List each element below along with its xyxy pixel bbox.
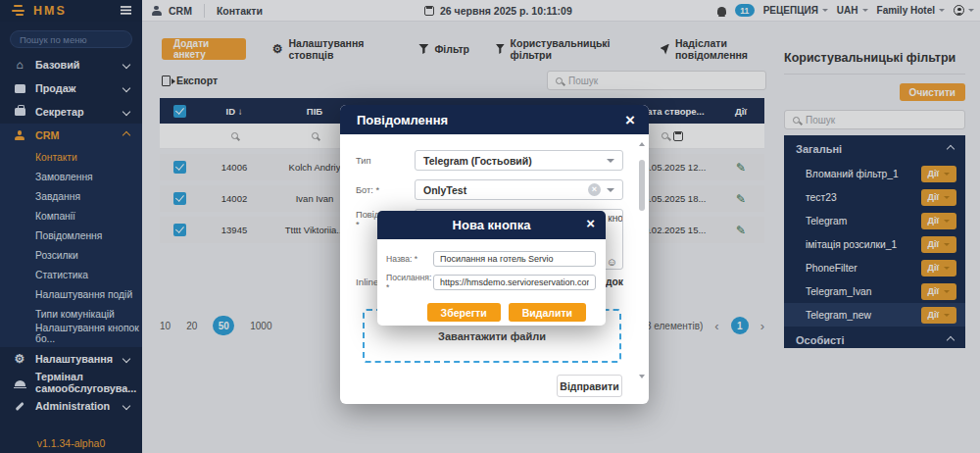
new-button-modal-body: Назва: * Посилання: * Зберегти Видалити — [377, 239, 606, 322]
close-icon[interactable]: × — [625, 112, 635, 128]
type-label: Тип — [356, 155, 415, 166]
new-button-modal: Нова кнопка × Назва: * Посилання: * Збер… — [377, 211, 606, 326]
scroll-up-icon[interactable] — [639, 142, 645, 146]
send-button[interactable]: Відправити — [557, 375, 622, 397]
bot-select[interactable]: OnlyTest × — [415, 179, 623, 200]
scrollbar-thumb[interactable] — [639, 160, 645, 211]
bot-label: Бот: * — [356, 184, 415, 195]
name-label: Назва: * — [386, 254, 433, 264]
new-button-modal-title: Нова кнопка — [453, 218, 531, 232]
link-label: Посилання: * — [386, 273, 433, 292]
delete-button[interactable]: Видалити — [509, 303, 586, 322]
scroll-down-icon[interactable] — [639, 375, 645, 378]
type-select[interactable]: Telegram (Гостьовий) — [415, 150, 623, 171]
new-button-modal-header: Нова кнопка × — [377, 211, 606, 239]
message-modal-header: Повідомлення × — [340, 105, 649, 134]
link-input[interactable] — [433, 275, 596, 290]
clear-icon[interactable]: × — [588, 183, 601, 196]
close-icon[interactable]: × — [586, 216, 595, 230]
modal-scrollbar[interactable] — [639, 138, 645, 378]
message-modal-title: Повідомлення — [357, 113, 448, 127]
name-input[interactable] — [433, 251, 596, 267]
save-button[interactable]: Зберегти — [427, 303, 501, 322]
